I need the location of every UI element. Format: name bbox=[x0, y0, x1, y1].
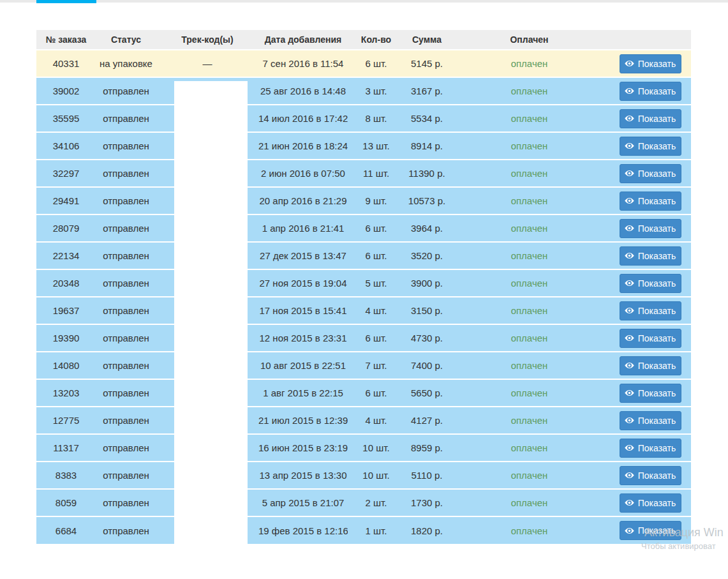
show-button-label: Показать bbox=[638, 333, 676, 343]
action-cell: Показать bbox=[609, 269, 691, 297]
eye-icon bbox=[625, 334, 634, 342]
sum-cell: 3964 р. bbox=[405, 214, 449, 242]
order-number-cell: 40331 bbox=[36, 50, 96, 77]
quantity-cell: 2 шт. bbox=[348, 489, 405, 516]
order-number-cell: 19637 bbox=[36, 297, 96, 324]
eye-icon bbox=[625, 306, 634, 315]
sum-cell: 1820 р. bbox=[405, 516, 449, 544]
show-order-button[interactable]: Показать bbox=[620, 439, 681, 458]
paid-status-cell: оплачен bbox=[449, 269, 609, 297]
show-button-label: Показать bbox=[638, 114, 676, 124]
show-order-button[interactable]: Показать bbox=[620, 192, 681, 211]
orders-table-body: 40331 на упаковке — 7 сен 2016 в 11:54 6… bbox=[36, 50, 691, 544]
order-number-cell: 34106 bbox=[36, 132, 96, 160]
action-cell: Показать bbox=[609, 407, 691, 434]
paid-status-cell: оплачен bbox=[449, 160, 609, 187]
order-row: 8383 отправлен 13 апр 2015 в 13:30 10 шт… bbox=[36, 462, 691, 489]
sum-cell: 8959 р. bbox=[405, 434, 449, 462]
show-order-button[interactable]: Показать bbox=[620, 54, 681, 73]
show-button-label: Показать bbox=[638, 141, 676, 151]
sum-cell: 5145 р. bbox=[405, 50, 449, 77]
order-row: 20348 отправлен 27 ноя 2015 в 19:04 5 шт… bbox=[36, 269, 691, 297]
sum-cell: 3900 р. bbox=[405, 269, 449, 297]
order-number-cell: 39002 bbox=[36, 77, 96, 105]
date-added-cell: 17 ноя 2015 в 15:41 bbox=[258, 297, 348, 324]
show-button-label: Показать bbox=[638, 498, 676, 508]
paid-status-cell: оплачен bbox=[449, 434, 609, 462]
date-added-cell: 7 сен 2016 в 11:54 bbox=[258, 50, 348, 77]
show-order-button[interactable]: Показать bbox=[620, 411, 681, 430]
order-status-cell: отправлен bbox=[96, 214, 156, 242]
show-order-button[interactable]: Показать bbox=[620, 219, 681, 238]
sum-cell: 7400 р. bbox=[405, 352, 449, 379]
windows-activation-watermark-line2: Чтобы активироват bbox=[641, 541, 716, 551]
date-added-cell: 13 апр 2015 в 13:30 bbox=[258, 462, 348, 489]
show-order-button[interactable]: Показать bbox=[620, 384, 681, 403]
date-added-cell: 2 июн 2016 в 07:50 bbox=[258, 160, 348, 187]
paid-status-cell: оплачен bbox=[449, 214, 609, 242]
show-order-button[interactable]: Показать bbox=[620, 466, 681, 485]
show-order-button[interactable]: Показать bbox=[620, 493, 681, 513]
action-cell: Показать bbox=[609, 242, 691, 269]
show-order-button[interactable]: Показать bbox=[620, 329, 681, 348]
column-header: Статус bbox=[96, 30, 156, 50]
quantity-cell: 3 шт. bbox=[348, 77, 405, 105]
show-order-button[interactable]: Показать bbox=[620, 246, 681, 266]
show-order-button[interactable]: Показать bbox=[620, 301, 681, 320]
order-row: 28079 отправлен 1 апр 2016 в 21:41 6 шт.… bbox=[36, 214, 691, 242]
paid-status-cell: оплачен bbox=[449, 77, 609, 105]
eye-icon bbox=[625, 471, 634, 479]
date-added-cell: 12 ноя 2015 в 23:31 bbox=[258, 324, 348, 352]
eye-icon bbox=[625, 499, 634, 507]
date-added-cell: 5 апр 2015 в 21:07 bbox=[258, 489, 348, 516]
action-cell: Показать bbox=[609, 214, 691, 242]
order-status-cell: отправлен bbox=[96, 242, 156, 269]
quantity-cell: 13 шт. bbox=[348, 132, 405, 160]
quantity-cell: 6 шт. bbox=[348, 50, 405, 77]
paid-status-cell: оплачен bbox=[449, 324, 609, 352]
eye-icon bbox=[625, 87, 634, 95]
table-header-row: № заказаСтатусТрек-код(ы)Дата добавления… bbox=[36, 30, 691, 50]
show-order-button[interactable]: Показать bbox=[620, 82, 681, 101]
show-order-button[interactable]: Показать bbox=[620, 164, 681, 183]
quantity-cell: 6 шт. bbox=[348, 214, 405, 242]
order-number-cell: 13203 bbox=[36, 379, 96, 407]
sum-cell: 1730 р. bbox=[405, 489, 449, 516]
show-order-button[interactable]: Показать bbox=[620, 109, 681, 128]
order-status-cell: отправлен bbox=[96, 105, 156, 132]
active-tab-indicator[interactable] bbox=[36, 0, 96, 3]
paid-status-cell: оплачен bbox=[449, 407, 609, 434]
date-added-cell: 27 дек 2015 в 13:47 bbox=[258, 242, 348, 269]
action-cell: Показать bbox=[609, 324, 691, 352]
show-button-label: Показать bbox=[638, 388, 676, 398]
order-status-cell: отправлен bbox=[96, 269, 156, 297]
orders-table: № заказаСтатусТрек-код(ы)Дата добавления… bbox=[36, 30, 691, 544]
paid-status-cell: оплачен bbox=[449, 352, 609, 379]
order-row: 22134 отправлен 27 дек 2015 в 13:47 6 шт… bbox=[36, 242, 691, 269]
eye-icon bbox=[625, 527, 634, 535]
quantity-cell: 4 шт. bbox=[348, 297, 405, 324]
show-button-label: Показать bbox=[638, 443, 676, 453]
column-header: Трек-код(ы) bbox=[156, 30, 258, 50]
order-row: 39002 отправлен 25 авг 2016 в 14:48 3 шт… bbox=[36, 77, 691, 105]
eye-icon bbox=[625, 444, 634, 452]
date-added-cell: 19 фев 2015 в 12:16 bbox=[258, 516, 348, 544]
paid-status-cell: оплачен bbox=[449, 105, 609, 132]
date-added-cell: 10 авг 2015 в 22:51 bbox=[258, 352, 348, 379]
date-added-cell: 21 июн 2016 в 18:24 bbox=[258, 132, 348, 160]
paid-status-cell: оплачен bbox=[449, 242, 609, 269]
order-number-cell: 19390 bbox=[36, 324, 96, 352]
show-order-button[interactable]: Показать bbox=[620, 274, 681, 293]
column-header: № заказа bbox=[36, 30, 96, 50]
date-added-cell: 16 июн 2015 в 23:19 bbox=[258, 434, 348, 462]
redaction-overlay bbox=[174, 81, 248, 566]
show-order-button[interactable]: Показать bbox=[620, 137, 681, 156]
order-row: 12775 отправлен 21 июл 2015 в 12:39 4 шт… bbox=[36, 407, 691, 434]
show-button-label: Показать bbox=[638, 59, 676, 69]
column-header: Оплачен bbox=[449, 30, 609, 50]
paid-status-cell: оплачен bbox=[449, 187, 609, 214]
paid-status-cell: оплачен bbox=[449, 516, 609, 544]
show-order-button[interactable]: Показать bbox=[620, 356, 681, 375]
sum-cell: 5650 р. bbox=[405, 379, 449, 407]
date-added-cell: 21 июл 2015 в 12:39 bbox=[258, 407, 348, 434]
